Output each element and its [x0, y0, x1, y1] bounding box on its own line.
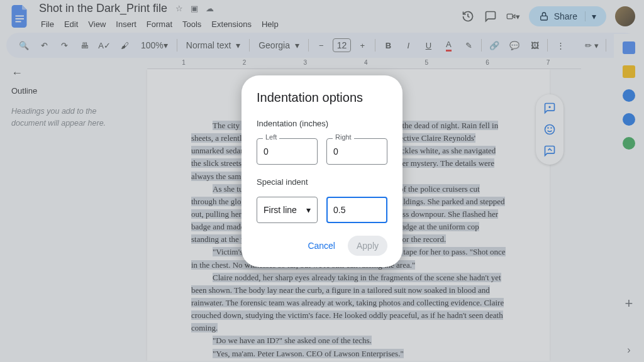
- special-indent-label: Special indent: [257, 177, 387, 187]
- special-indent-select[interactable]: First line ▾: [257, 197, 318, 223]
- left-indent-field: Left: [257, 138, 318, 165]
- left-indent-label: Left: [263, 133, 279, 141]
- chevron-down-icon: ▾: [306, 205, 311, 215]
- apply-button[interactable]: Apply: [348, 236, 387, 256]
- right-indent-field: Right: [326, 138, 387, 165]
- modal-scrim[interactable]: Indentation options Indentation (inches)…: [0, 0, 644, 362]
- indentation-dialog: Indentation options Indentation (inches)…: [242, 75, 402, 267]
- dialog-section-label: Indentation (inches): [257, 119, 387, 128]
- special-indent-value-field: [326, 197, 387, 223]
- special-indent-input[interactable]: [326, 197, 387, 223]
- right-indent-label: Right: [333, 133, 354, 141]
- special-indent-type-field: First line ▾: [257, 197, 318, 223]
- left-indent-input[interactable]: [257, 138, 318, 165]
- dialog-title: Indentation options: [257, 90, 387, 105]
- cancel-button[interactable]: Cancel: [299, 236, 344, 256]
- right-indent-input[interactable]: [326, 138, 387, 165]
